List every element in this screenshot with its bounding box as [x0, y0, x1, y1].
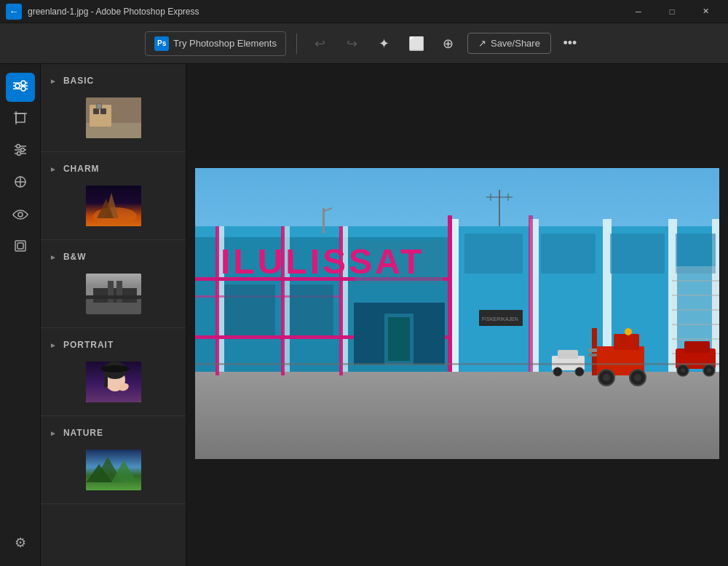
chevron-nature-icon: ► [50, 429, 58, 437]
filter-nature-preview [86, 450, 141, 490]
photo-canvas: ILULISSAT FISKERIKAJEN [195, 168, 719, 462]
undo-button[interactable]: ↩ [307, 31, 333, 57]
chevron-bw-icon: ► [50, 253, 58, 261]
zoom-icon: ⊕ [443, 36, 454, 52]
svg-point-16 [20, 148, 24, 151]
svg-point-19 [18, 212, 23, 217]
svg-point-105 [681, 368, 685, 372]
undo-icon: ↩ [314, 36, 325, 52]
chevron-charm-icon: ► [50, 165, 58, 173]
filters-panel: ► BASIC [41, 64, 186, 566]
svg-rect-74 [388, 317, 410, 361]
redo-icon: ↪ [347, 36, 357, 52]
nav-settings-button[interactable]: ⚙ [6, 528, 35, 557]
svg-point-2 [21, 87, 25, 91]
filter-bw-preview [86, 274, 141, 314]
svg-rect-64 [215, 226, 219, 375]
more-options-button[interactable]: ••• [557, 31, 583, 57]
filter-section-nature: ► NATURE [41, 416, 186, 504]
back-button[interactable]: ← [6, 4, 22, 20]
main-content: ⚙ ► BASIC [0, 64, 728, 566]
settings-icon: ⚙ [15, 535, 26, 551]
svg-point-15 [16, 144, 20, 148]
filter-bw-thumbnail-row [41, 266, 186, 320]
svg-rect-37 [86, 295, 143, 299]
filter-portrait-thumbnail[interactable] [84, 360, 143, 404]
redo-button[interactable]: ↪ [339, 31, 365, 57]
title-bar-left: ← greenland-1.jpg - Adobe Photoshop Expr… [6, 4, 199, 20]
save-share-button[interactable]: ↗ Save/Share [467, 33, 551, 54]
share-icon: ↗ [478, 38, 486, 49]
svg-point-17 [17, 151, 20, 155]
svg-rect-114 [195, 363, 719, 365]
filter-charm-thumbnail-row [41, 178, 186, 232]
sparkle-icon: ✦ [379, 36, 389, 52]
svg-rect-76 [541, 234, 596, 274]
svg-point-1 [21, 81, 25, 85]
crop-icon [13, 111, 28, 129]
title-bar: ← greenland-1.jpg - Adobe Photoshop Expr… [0, 0, 728, 23]
photoshop-icon: Ps [154, 36, 169, 51]
nav-healing-button[interactable] [6, 169, 35, 198]
filter-section-basic-header[interactable]: ► BASIC [41, 71, 186, 90]
svg-rect-68 [529, 215, 533, 372]
filter-portrait-preview [86, 362, 141, 402]
filter-nature-thumbnail[interactable] [84, 448, 143, 492]
svg-rect-26 [100, 108, 106, 114]
svg-point-101 [625, 328, 632, 335]
zoom-button[interactable]: ⊕ [435, 31, 462, 57]
healing-icon [13, 175, 28, 193]
svg-rect-103 [684, 341, 710, 353]
eye-icon [12, 208, 28, 223]
window-controls: ─ □ ✕ [622, 0, 722, 23]
svg-rect-21 [17, 243, 23, 249]
canvas-area: ILULISSAT FISKERIKAJEN [186, 64, 728, 566]
filter-nature-thumbnail-row [41, 442, 186, 496]
toolbar: Ps Try Photoshop Elements ↩ ↪ ✦ ⬜ ⊕ ↗ Sa… [0, 23, 728, 64]
svg-rect-109 [558, 350, 578, 359]
svg-rect-96 [614, 334, 639, 350]
svg-point-42 [100, 365, 130, 372]
nav-eye-button[interactable] [6, 201, 35, 230]
filter-section-charm: ► CHARM [41, 152, 186, 240]
filter-section-nature-header[interactable]: ► NATURE [41, 423, 186, 442]
nav-layers-button[interactable] [6, 233, 35, 262]
building-text: ILULISSAT [221, 242, 424, 281]
window-title: greenland-1.jpg - Adobe Photoshop Expres… [28, 7, 199, 17]
nav-adjust-button[interactable] [6, 137, 35, 166]
svg-rect-67 [448, 215, 452, 372]
svg-rect-69 [224, 284, 275, 335]
minimize-button[interactable]: ─ [622, 0, 655, 23]
filter-basic-thumbnail-row [41, 90, 186, 144]
chevron-portrait-icon: ► [50, 341, 58, 349]
maximize-button[interactable]: □ [655, 0, 689, 23]
filter-charm-preview [86, 186, 141, 226]
filter-section-portrait-header[interactable]: ► PORTRAIT [41, 335, 186, 354]
filters-icon [12, 78, 28, 97]
svg-point-27 [96, 103, 102, 109]
filter-section-basic: ► BASIC [41, 64, 186, 152]
close-button[interactable]: ✕ [689, 0, 722, 23]
adjust-icon [13, 143, 28, 161]
filter-charm-thumbnail[interactable] [84, 184, 143, 228]
svg-rect-70 [290, 284, 333, 335]
filter-basic-thumbnail[interactable] [84, 96, 143, 140]
svg-rect-9 [16, 113, 25, 122]
nav-filters-button[interactable] [6, 73, 35, 102]
filter-portrait-thumbnail-row [41, 354, 186, 408]
filter-section-charm-header[interactable]: ► CHARM [41, 159, 186, 178]
main-photo: ILULISSAT FISKERIKAJEN [195, 168, 719, 459]
filter-bw-thumbnail[interactable] [84, 272, 143, 316]
sparkle-button[interactable]: ✦ [371, 31, 397, 57]
try-photoshop-button[interactable]: Ps Try Photoshop Elements [145, 31, 286, 56]
filter-section-bw: ► B&W [41, 240, 186, 328]
left-nav: ⚙ [0, 64, 41, 566]
svg-point-110 [553, 367, 562, 376]
chevron-basic-icon: ► [50, 77, 58, 85]
nav-crop-button[interactable] [6, 105, 35, 134]
svg-rect-35 [108, 281, 114, 303]
filter-section-bw-header[interactable]: ► B&W [41, 247, 186, 266]
more-icon: ••• [563, 36, 577, 51]
compare-button[interactable]: ⬜ [403, 31, 430, 57]
svg-rect-20 [15, 241, 25, 251]
